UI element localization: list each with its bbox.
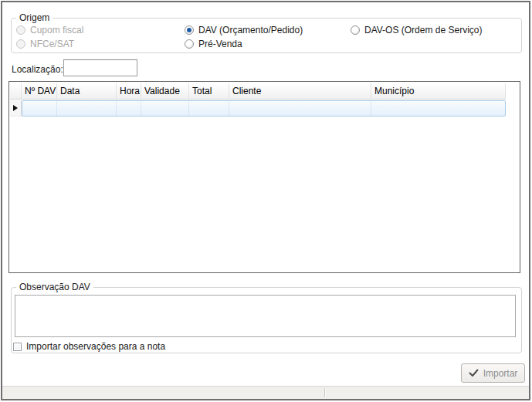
cell-validade	[141, 101, 189, 116]
checkbox-unchecked-icon[interactable]	[13, 343, 22, 351]
grid-header-data[interactable]: Data	[57, 83, 117, 100]
radio-pre-venda-label[interactable]: Pré-Venda	[198, 39, 242, 49]
import-dav-window: Origem Cupom fiscal NFCe/SAT DAV (Orçame…	[1, 1, 530, 400]
localizacao-label: Localização:	[12, 64, 63, 75]
observacao-textarea[interactable]	[15, 295, 516, 337]
grid-header-total[interactable]: Total	[189, 83, 229, 100]
dav-grid[interactable]: Nº DAV Data Hora Validade Total Cliente …	[8, 81, 520, 273]
right-triangle-icon	[13, 105, 18, 111]
importar-button-label: Importar	[483, 368, 518, 379]
radio-dav-label[interactable]: DAV (Orçamento/Pedido)	[198, 25, 303, 35]
grid-header-selector	[10, 83, 22, 100]
observacao-groupbox: Observação DAV Importar observações para…	[11, 287, 522, 353]
radio-icon	[16, 25, 25, 35]
table-row[interactable]	[10, 100, 506, 117]
radio-cupom-fiscal: Cupom fiscal	[16, 24, 83, 36]
status-bar	[2, 386, 529, 399]
radio-dav[interactable]: DAV (Orçamento/Pedido)	[185, 24, 303, 36]
radio-icon[interactable]	[185, 39, 194, 49]
grid-header-validade[interactable]: Validade	[141, 83, 189, 100]
radio-icon	[16, 39, 25, 49]
radio-dav-os[interactable]: DAV-OS (Ordem de Serviço)	[351, 24, 482, 36]
status-bar-divider	[324, 388, 326, 397]
import-observations-checkbox-row[interactable]: Importar observações para a nota	[13, 341, 165, 352]
observacao-group-label: Observação DAV	[16, 282, 93, 292]
cell-data	[57, 101, 117, 116]
origem-group-label: Origem	[16, 12, 53, 23]
cell-ndav	[22, 101, 57, 116]
radio-icon[interactable]	[351, 25, 360, 35]
cell-total	[189, 101, 229, 116]
radio-nfce-sat: NFCe/SAT	[16, 38, 74, 50]
grid-header-municipio[interactable]: Município	[371, 83, 506, 100]
cell-hora	[117, 101, 141, 116]
grid-header-cliente[interactable]: Cliente	[229, 83, 371, 100]
import-observations-checkbox-label: Importar observações para a nota	[26, 341, 165, 352]
importar-button[interactable]: Importar	[461, 363, 525, 383]
cell-municipio	[371, 101, 505, 116]
radio-cupom-fiscal-label: Cupom fiscal	[30, 25, 83, 35]
grid-header-ndav[interactable]: Nº DAV	[22, 83, 57, 100]
radio-pre-venda[interactable]: Pré-Venda	[185, 38, 242, 50]
radio-selected-icon[interactable]	[185, 25, 194, 35]
localizacao-input[interactable]	[63, 59, 137, 76]
grid-header: Nº DAV Data Hora Validade Total Cliente …	[10, 83, 506, 100]
selected-row[interactable]	[22, 100, 506, 117]
cell-cliente	[229, 101, 371, 116]
radio-dav-os-label[interactable]: DAV-OS (Ordem de Serviço)	[364, 25, 482, 35]
grid-header-hora[interactable]: Hora	[117, 83, 141, 100]
origem-groupbox: Origem Cupom fiscal NFCe/SAT DAV (Orçame…	[11, 18, 522, 53]
radio-nfce-sat-label: NFCe/SAT	[30, 39, 74, 49]
row-selector-cell	[10, 100, 22, 117]
checkmark-icon	[469, 369, 479, 377]
